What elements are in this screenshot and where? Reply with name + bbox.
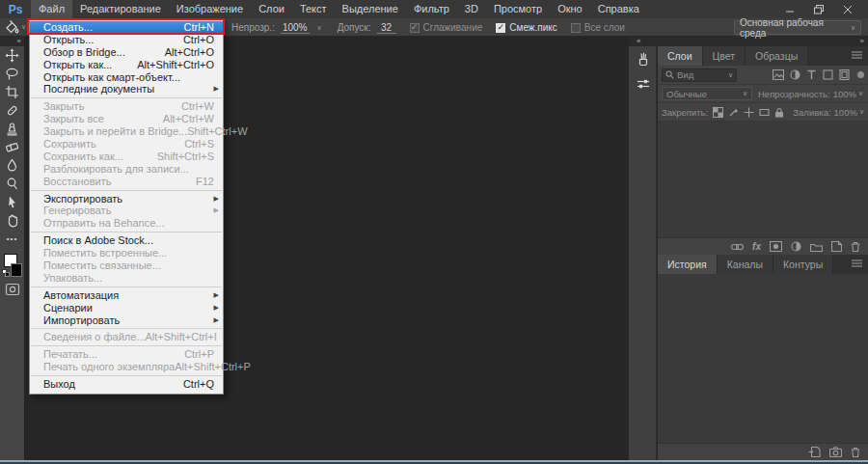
expand-dock-icon[interactable]: « [637, 37, 640, 46]
color-swatches[interactable] [0, 252, 24, 281]
layer-filter-type-select[interactable]: Вид ∨ [662, 68, 737, 82]
menubar-item-select[interactable]: Выделение [335, 0, 406, 18]
menubar-item-view[interactable]: Просмотр [486, 0, 550, 18]
menubar-item-window[interactable]: Окно [550, 0, 590, 18]
tab-history[interactable]: История [658, 255, 718, 274]
tab-swatches[interactable]: Образцы [746, 46, 808, 66]
menu-item-exit[interactable]: ВыходCtrl+Q [30, 378, 223, 391]
menu-item-place-linked[interactable]: Поместить связанные... [30, 259, 223, 272]
new-layer-icon[interactable] [831, 241, 842, 252]
tab-paths[interactable]: Контуры [773, 255, 833, 274]
opacity-chevron-icon[interactable]: ∨ [317, 24, 322, 32]
collapse-dock-icon[interactable]: » [860, 37, 864, 46]
close-button[interactable] [833, 0, 862, 18]
more-tools-button[interactable]: ••• [0, 230, 24, 248]
lock-all-icon[interactable] [774, 107, 784, 118]
quick-mask-button[interactable] [0, 281, 24, 298]
workspace-selector[interactable]: Основная рабочая среда ∨ [734, 20, 861, 35]
menu-item-automate[interactable]: Автоматизация▶ [30, 289, 223, 302]
menubar-item-layers[interactable]: Слои [251, 0, 292, 18]
smart-object-filter-icon[interactable] [839, 69, 850, 80]
add-mask-icon[interactable] [770, 241, 782, 252]
history-panel-menu-icon[interactable] [852, 259, 862, 270]
crop-tool-button[interactable] [0, 83, 24, 101]
new-adjustment-layer-icon[interactable] [791, 241, 801, 252]
menu-item-export[interactable]: Экспортировать▶ [30, 193, 223, 205]
shape-layer-filter-icon[interactable] [823, 69, 833, 80]
menu-item-share-on-behance[interactable]: Отправить на Behance... [30, 217, 223, 230]
new-snapshot-camera-icon[interactable] [829, 447, 842, 457]
layer-style-fx-icon[interactable]: fx [752, 242, 761, 252]
layer-opacity-value[interactable]: 100% [833, 89, 856, 99]
lock-paint-icon[interactable] [728, 107, 739, 118]
filter-toggle-icon[interactable] [857, 71, 864, 78]
fill-chevron-icon[interactable]: ∨ [859, 108, 864, 116]
menu-item-print[interactable]: Печатать...Ctrl+P [30, 348, 223, 361]
menu-item-unlock-for-editing[interactable]: Разблокировать для записи... [30, 163, 223, 176]
move-tool-button[interactable] [0, 46, 24, 65]
link-layers-icon[interactable] [731, 242, 744, 252]
tolerance-value[interactable]: 32 [377, 22, 396, 34]
menu-item-close-and-go-to-bridge[interactable]: Закрыть и перейти в Bridge...Shift+Ctrl+… [30, 125, 223, 138]
tab-layers[interactable]: Слои [658, 46, 703, 66]
lock-position-icon[interactable] [744, 107, 754, 118]
menu-item-browse-in-bridge[interactable]: Обзор в Bridge...Alt+Ctrl+O [30, 46, 223, 59]
menubar-item-file[interactable]: Файл [31, 0, 72, 18]
dodge-tool-button[interactable] [0, 175, 24, 193]
menubar-item-image[interactable]: Изображение [169, 0, 251, 18]
checkbox-antialias[interactable]: ✓ Сглаживание [410, 22, 483, 33]
menu-item-place-embedded[interactable]: Поместить встроенные... [30, 247, 223, 259]
default-colors-icon[interactable] [2, 269, 10, 277]
fill-value[interactable]: 100% [834, 107, 857, 118]
lock-artboard-icon[interactable] [759, 107, 770, 118]
menu-item-save-as[interactable]: Сохранить как...Shift+Ctrl+S [30, 150, 223, 163]
new-group-icon[interactable] [810, 242, 823, 252]
menu-item-search-adobe-stock[interactable]: Поиск в Adobe Stock... [30, 234, 223, 247]
delete-state-icon[interactable] [851, 447, 860, 457]
adjustment-layer-filter-icon[interactable] [790, 69, 800, 80]
background-color-swatch[interactable] [11, 263, 22, 277]
menu-item-import[interactable]: Импортировать▶ [30, 314, 223, 327]
brush-presets-panel-button[interactable] [629, 46, 657, 71]
type-layer-filter-icon[interactable] [806, 69, 817, 80]
new-document-from-state-icon[interactable] [808, 447, 821, 457]
tools-collapse-button[interactable]: « [0, 37, 24, 46]
layers-panel-menu-icon[interactable] [852, 50, 862, 62]
menubar-item-filter[interactable]: Фильтр [406, 0, 457, 18]
tool-preset-picker[interactable]: ∨ [4, 19, 26, 35]
tool-presets-panel-button[interactable] [629, 71, 657, 96]
menu-item-scripts[interactable]: Сценарии▶ [30, 302, 223, 314]
menu-item-save[interactable]: СохранитьCtrl+S [30, 138, 223, 150]
menu-item-package[interactable]: Упаковать... [30, 272, 223, 285]
checkbox-contiguous[interactable]: ✓ Смеж.пикс [496, 22, 557, 33]
blur-tool-button[interactable] [0, 156, 24, 175]
menu-item-close[interactable]: ЗакрытьCtrl+W [30, 100, 223, 113]
path-selection-tool-button[interactable] [0, 193, 24, 211]
menubar-item-3d[interactable]: 3D [457, 0, 486, 18]
clone-stamp-tool-button[interactable] [0, 120, 24, 138]
menu-item-file-info[interactable]: Сведения о файле...Alt+Shift+Ctrl+I [30, 331, 223, 343]
checkbox-all-layers[interactable]: Все слои [571, 22, 625, 33]
menubar-item-edit[interactable]: Редактирование [72, 0, 169, 18]
layer-opacity-chevron-icon[interactable]: ∨ [858, 90, 863, 97]
tab-channels[interactable]: Каналы [718, 255, 773, 274]
blend-mode-select[interactable]: Обычные ∨ [662, 87, 752, 100]
opacity-value[interactable]: 100% [281, 22, 310, 34]
menu-item-close-all[interactable]: Закрыть всеAlt+Ctrl+W [30, 113, 223, 125]
hand-tool-button[interactable] [0, 211, 24, 230]
menu-item-open[interactable]: Открыть...Ctrl+O [30, 34, 223, 46]
menu-item-recent-documents[interactable]: Последние документы▶ [30, 83, 223, 96]
pixel-layer-filter-icon[interactable] [773, 69, 784, 80]
delete-layer-icon[interactable] [851, 241, 860, 252]
lock-transparency-icon[interactable] [713, 107, 723, 118]
menu-item-print-one-copy[interactable]: Печать одного экземпляраAlt+Shift+Ctrl+P [30, 361, 223, 373]
minimize-button[interactable] [775, 0, 804, 18]
menu-item-open-as-smart-object[interactable]: Открыть как смарт-объект... [30, 71, 223, 84]
lasso-tool-button[interactable] [0, 65, 24, 83]
menu-item-generate[interactable]: Генерировать▶ [30, 205, 223, 217]
healing-brush-tool-button[interactable] [0, 101, 24, 120]
menu-item-open-as[interactable]: Открыть как...Alt+Shift+Ctrl+O [30, 59, 223, 71]
menu-item-revert[interactable]: ВосстановитьF12 [30, 176, 223, 188]
restore-button[interactable] [804, 0, 833, 18]
menubar-item-help[interactable]: Справка [590, 0, 647, 18]
